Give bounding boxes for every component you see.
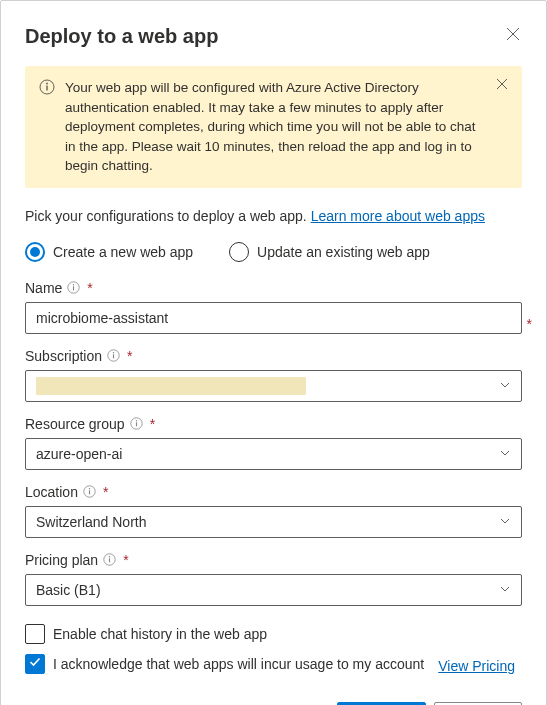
resource-group-select[interactable]: azure-open-ai: [25, 438, 522, 470]
alert-close-button[interactable]: [496, 78, 508, 93]
label-text: Subscription: [25, 348, 102, 364]
checkbox-label[interactable]: I acknowledge that web apps will incur u…: [53, 656, 424, 672]
radio-label: Update an existing web app: [257, 244, 430, 260]
learn-more-link[interactable]: Learn more about web apps: [311, 208, 485, 224]
subscription-field: Subscription *: [25, 348, 522, 402]
required-marker: *: [87, 280, 92, 296]
acknowledge-checkbox[interactable]: [25, 654, 45, 674]
dialog-header: Deploy to a web app: [25, 25, 522, 48]
pricing-plan-select[interactable]: Basic (B1): [25, 574, 522, 606]
required-marker: *: [123, 552, 128, 568]
subscription-select[interactable]: [25, 370, 522, 402]
redacted-value: [36, 377, 306, 395]
select-value: Switzerland North: [36, 514, 147, 530]
field-label: Resource group *: [25, 416, 522, 432]
info-icon[interactable]: [107, 349, 120, 362]
enable-history-checkbox[interactable]: [25, 624, 45, 644]
intro-prefix: Pick your configurations to deploy a web…: [25, 208, 311, 224]
info-icon[interactable]: [130, 417, 143, 430]
close-icon: [506, 29, 520, 44]
svg-rect-17: [109, 559, 110, 563]
svg-point-4: [73, 284, 74, 285]
svg-point-13: [89, 488, 90, 489]
chevron-down-icon: [499, 378, 511, 394]
svg-rect-14: [89, 491, 90, 495]
pricing-plan-field: Pricing plan * Basic (B1): [25, 552, 522, 606]
intro-text: Pick your configurations to deploy a web…: [25, 208, 522, 224]
field-label: Pricing plan *: [25, 552, 522, 568]
chevron-down-icon: [499, 514, 511, 530]
location-select[interactable]: Switzerland North: [25, 506, 522, 538]
info-icon[interactable]: [103, 553, 116, 566]
select-value: Basic (B1): [36, 582, 101, 598]
svg-rect-11: [136, 423, 137, 427]
required-marker: *: [127, 348, 132, 364]
label-text: Name: [25, 280, 62, 296]
radio-label: Create a new web app: [53, 244, 193, 260]
checkbox-label[interactable]: Enable chat history in the web app: [53, 626, 267, 642]
deploy-mode-group: Create a new web app Update an existing …: [25, 242, 522, 262]
svg-point-10: [135, 420, 136, 421]
dialog-close-button[interactable]: [504, 25, 522, 46]
field-label: Name *: [25, 280, 522, 296]
info-icon[interactable]: [67, 281, 80, 294]
acknowledge-row: I acknowledge that web apps will incur u…: [25, 654, 522, 674]
svg-rect-5: [73, 287, 74, 291]
info-alert: Your web app will be configured with Azu…: [25, 66, 522, 188]
chevron-down-icon: [499, 582, 511, 598]
radio-icon: [25, 242, 45, 262]
field-label: Location *: [25, 484, 522, 500]
field-label: Subscription *: [25, 348, 522, 364]
resource-group-field: Resource group * azure-open-ai: [25, 416, 522, 470]
name-field: Name * *: [25, 280, 522, 334]
radio-icon: [229, 242, 249, 262]
svg-point-1: [46, 83, 48, 85]
info-icon[interactable]: [83, 485, 96, 498]
close-icon: [496, 78, 508, 93]
alert-text: Your web app will be configured with Azu…: [65, 78, 486, 176]
svg-rect-8: [113, 355, 114, 359]
radio-update-existing[interactable]: Update an existing web app: [229, 242, 430, 262]
check-icon: [28, 655, 42, 672]
label-text: Location: [25, 484, 78, 500]
chevron-down-icon: [499, 446, 511, 462]
name-input[interactable]: [25, 302, 522, 334]
required-marker: *: [527, 316, 532, 332]
required-marker: *: [150, 416, 155, 432]
deploy-dialog: Deploy to a web app Your web app will be…: [0, 0, 547, 705]
label-text: Pricing plan: [25, 552, 98, 568]
svg-rect-2: [46, 86, 47, 91]
dialog-title: Deploy to a web app: [25, 25, 218, 48]
location-field: Location * Switzerland North: [25, 484, 522, 538]
select-value: azure-open-ai: [36, 446, 122, 462]
svg-point-7: [113, 352, 114, 353]
required-marker: *: [103, 484, 108, 500]
info-icon: [39, 79, 55, 98]
label-text: Resource group: [25, 416, 125, 432]
view-pricing-link[interactable]: View Pricing: [438, 658, 515, 674]
svg-point-16: [109, 556, 110, 557]
enable-history-row: Enable chat history in the web app: [25, 624, 522, 644]
radio-create-new[interactable]: Create a new web app: [25, 242, 193, 262]
